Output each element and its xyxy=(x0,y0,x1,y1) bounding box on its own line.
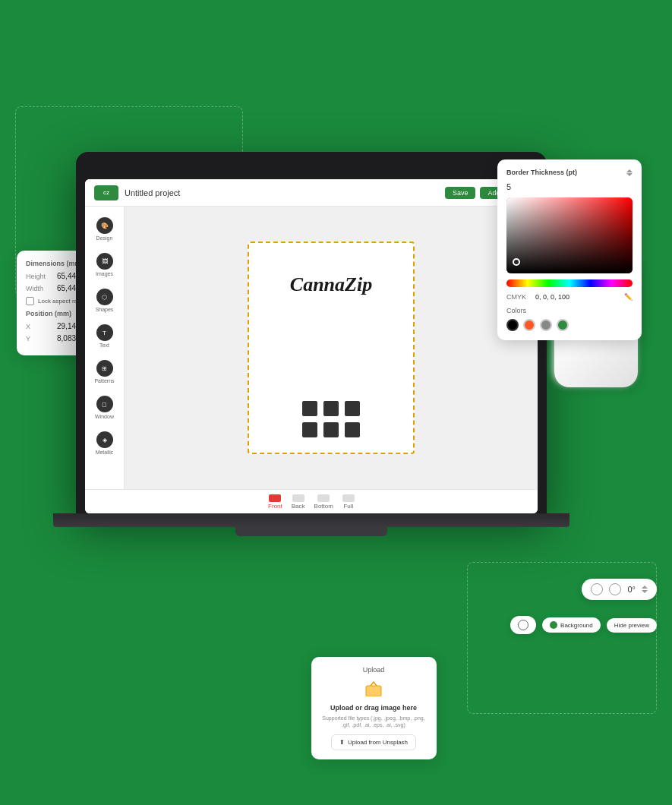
thickness-arrows[interactable] xyxy=(626,169,633,176)
save-button[interactable]: Save xyxy=(445,187,476,199)
background-label: Background xyxy=(560,622,593,629)
cmyk-value: 0, 0, 0, 100 xyxy=(535,293,620,301)
toolbar-design[interactable]: 🎨 Design xyxy=(88,213,121,245)
lock-aspect-checkbox[interactable] xyxy=(26,297,34,305)
images-icon: 🖼 xyxy=(96,253,113,270)
color-gradient-picker[interactable] xyxy=(506,197,633,273)
app-title: Untitled project xyxy=(125,188,445,197)
tab-bottom-dot xyxy=(317,494,330,502)
shapes-label: Shapes xyxy=(96,307,114,312)
window-label: Window xyxy=(95,414,114,419)
canvas-icon-3 xyxy=(345,401,360,416)
upload-icon xyxy=(320,680,427,699)
thickness-value[interactable]: 5 xyxy=(506,182,633,191)
rotation-arrows[interactable] xyxy=(642,586,648,593)
text-label: Text xyxy=(99,343,109,348)
tab-full-label: Full xyxy=(343,503,353,510)
laptop-stand xyxy=(235,527,387,536)
tab-front[interactable]: Front xyxy=(268,494,282,510)
arrow-down-icon[interactable] xyxy=(626,173,633,176)
border-thickness-title: Border Thickness (pt) xyxy=(506,169,577,176)
width-value: 65,44 xyxy=(57,284,76,292)
laptop-screen: CZ Untitled project Save Add to cart 🎨 D… xyxy=(85,179,538,513)
height-value: 65,44 xyxy=(57,272,76,280)
bottom-tabs: Front Back Bottom Full xyxy=(85,489,538,513)
patterns-label: Patterns xyxy=(94,378,114,384)
color-spectrum-slider[interactable] xyxy=(506,279,633,287)
app-header: CZ Untitled project Save Add to cart xyxy=(85,179,538,207)
cmyk-edit-icon[interactable]: ✏️ xyxy=(624,293,633,301)
text-icon: T xyxy=(96,324,113,341)
color-picker-cursor[interactable] xyxy=(513,258,520,266)
canvas-logo: CannaZip xyxy=(290,258,372,304)
tab-front-label: Front xyxy=(268,503,282,510)
color-swatches xyxy=(506,319,633,331)
window-icon: ◻ xyxy=(96,396,113,412)
background-pill[interactable]: Background xyxy=(542,617,601,633)
toolbar-metallic[interactable]: ◈ Metallic xyxy=(88,427,121,459)
swatch-orange[interactable] xyxy=(523,319,535,331)
tab-back-label: Back xyxy=(292,503,305,510)
tab-bottom[interactable]: Bottom xyxy=(314,494,333,510)
hide-preview-pill[interactable]: Hide preview xyxy=(607,618,657,633)
height-label: Height xyxy=(26,273,52,280)
metallic-icon: ◈ xyxy=(96,431,113,448)
upload-sub-text: Supported file types (.jpg, .jpeg, .bmp,… xyxy=(320,715,427,728)
width-label: Width xyxy=(26,285,52,292)
cmyk-label: CMYK xyxy=(506,293,531,301)
design-icon: 🎨 xyxy=(96,217,113,234)
swatch-green[interactable] xyxy=(557,319,569,331)
toolbar-images[interactable]: 🖼 Images xyxy=(88,248,121,281)
arrow-up-icon[interactable] xyxy=(626,169,633,172)
refresh-pill[interactable] xyxy=(510,616,536,634)
canvas-icons-grid xyxy=(302,401,360,437)
canvas-icon-5 xyxy=(323,422,339,437)
tab-bottom-label: Bottom xyxy=(314,503,333,510)
x-label: X xyxy=(26,323,52,330)
logo-text: CZ xyxy=(103,191,109,195)
laptop-body: CZ Untitled project Save Add to cart 🎨 D… xyxy=(76,152,547,513)
canvas-icon-4 xyxy=(302,422,317,437)
laptop-wrapper: CZ Untitled project Save Add to cart 🎨 D… xyxy=(76,152,547,536)
refresh-icon xyxy=(518,620,528,630)
shapes-icon: ⬡ xyxy=(96,289,113,305)
rotation-value: 0° xyxy=(627,585,636,594)
toolbar-window[interactable]: ◻ Window xyxy=(88,391,121,424)
color-picker-panel: Border Thickness (pt) 5 CMYK 0, 0, 0, 10… xyxy=(497,159,642,340)
tab-back[interactable]: Back xyxy=(292,494,305,510)
upload-btn-label: Upload from Unsplash xyxy=(348,739,408,746)
background-dot xyxy=(550,621,557,629)
tab-front-dot xyxy=(269,494,281,502)
rotation-circle-2[interactable] xyxy=(609,583,621,595)
canvas-icon-1 xyxy=(302,401,317,416)
rotation-panel: 0° xyxy=(582,579,657,600)
toolbar-text[interactable]: T Text xyxy=(88,320,121,352)
design-label: Design xyxy=(96,235,113,241)
left-toolbar: 🎨 Design 🖼 Images ⬡ Shapes T Text xyxy=(85,207,125,489)
y-label: Y xyxy=(26,335,52,343)
canvas-icon-2 xyxy=(323,401,339,416)
images-label: Images xyxy=(96,271,113,276)
rotation-arrow-up[interactable] xyxy=(642,586,648,589)
canvas-icon-6 xyxy=(345,422,360,437)
rotation-arrow-down[interactable] xyxy=(642,590,648,593)
rotation-circle-1[interactable] xyxy=(591,583,603,595)
patterns-icon: ⊞ xyxy=(96,360,113,377)
canvas-area[interactable]: CannaZip xyxy=(125,207,538,489)
canvas-workspace: CannaZip xyxy=(248,242,415,454)
laptop-notch xyxy=(281,164,342,173)
svg-rect-0 xyxy=(366,686,381,696)
upload-unsplash-button[interactable]: ⬆ Upload from Unsplash xyxy=(331,734,416,750)
swatch-black[interactable] xyxy=(506,319,519,331)
laptop-notch-bar xyxy=(85,161,538,176)
upload-icon-symbol: ⬆ xyxy=(339,739,345,746)
upload-title: Upload xyxy=(320,666,427,674)
toolbar-patterns[interactable]: ⊞ Patterns xyxy=(88,355,121,388)
swatch-gray[interactable] xyxy=(540,319,552,331)
app-logo: CZ xyxy=(94,185,118,200)
tab-full[interactable]: Full xyxy=(342,494,355,510)
metallic-label: Metallic xyxy=(96,450,114,455)
toolbar-shapes[interactable]: ⬡ Shapes xyxy=(88,284,121,317)
bottom-bar: Background Hide preview xyxy=(510,616,657,634)
upload-main-text: Upload or drag image here xyxy=(320,704,427,712)
